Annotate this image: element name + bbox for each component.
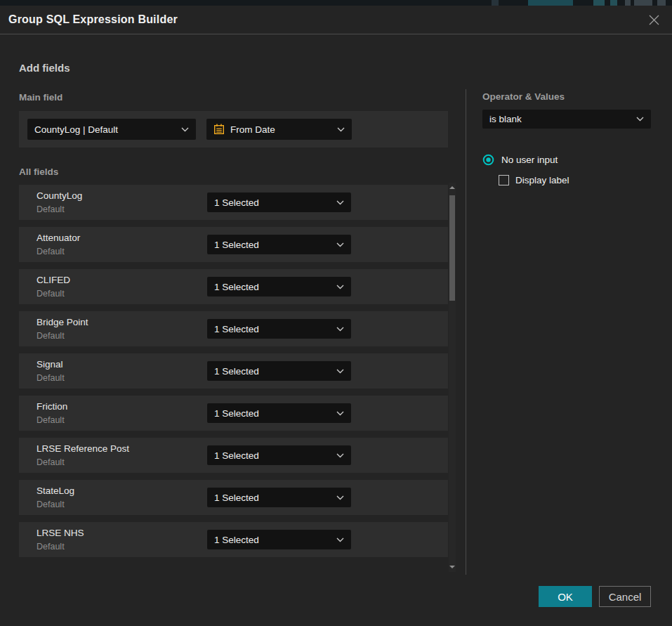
field-selection-value: 1 Selected: [214, 450, 336, 461]
field-selection-select[interactable]: 1 Selected: [207, 319, 351, 339]
chevron-down-icon: [336, 369, 344, 374]
chevron-down-icon: [336, 327, 344, 332]
chevron-down-icon: [181, 127, 189, 132]
field-selection-value: 1 Selected: [214, 408, 336, 419]
radio-selected-icon[interactable]: [482, 154, 494, 166]
main-field-select[interactable]: From Date: [206, 119, 352, 140]
field-name: CountyLog: [37, 190, 82, 201]
field-selection-select[interactable]: 1 Selected: [207, 445, 351, 465]
chevron-down-icon: [336, 242, 344, 247]
toolbar-fragment: [492, 0, 499, 6]
field-selection-select[interactable]: 1 Selected: [207, 361, 351, 381]
operator-select[interactable]: is blank: [482, 110, 651, 129]
group-sql-expression-builder-dialog: Group SQL Expression Builder Add fields …: [0, 6, 672, 626]
field-row: CountyLog Default 1 Selected: [19, 185, 448, 220]
field-subtitle: Default: [37, 204, 65, 214]
field-selection-select[interactable]: 1 Selected: [207, 488, 351, 507]
dialog-title: Group SQL Expression Builder: [8, 13, 178, 26]
field-row: Signal Default 1 Selected: [19, 353, 448, 389]
chevron-down-icon: [336, 285, 344, 289]
cancel-button[interactable]: Cancel: [599, 586, 651, 607]
field-name: StateLog: [37, 485, 74, 496]
field-subtitle: Default: [37, 457, 65, 467]
list-scrollbar[interactable]: [449, 183, 456, 572]
field-subtitle: Default: [37, 331, 65, 341]
field-selection-select[interactable]: 1 Selected: [207, 277, 351, 296]
main-field-select-value: From Date: [230, 124, 337, 135]
dialog-titlebar: Group SQL Expression Builder: [0, 6, 672, 34]
field-name: Friction: [37, 401, 67, 412]
field-row: CLIFED Default 1 Selected: [19, 269, 448, 304]
field-selection-value: 1 Selected: [214, 197, 336, 208]
toolbar-fragment: [634, 0, 652, 6]
main-layer-select-value: CountyLog | Default: [34, 124, 181, 135]
field-selection-value: 1 Selected: [214, 240, 336, 250]
chevron-down-icon: [337, 127, 345, 132]
toolbar-fragment: [657, 0, 666, 6]
all-fields-label: All fields: [19, 167, 58, 177]
field-name: LRSE Reference Post: [37, 443, 129, 454]
all-fields-list: CountyLog Default 1 Selected Attenuator …: [19, 185, 448, 564]
field-selection-select[interactable]: 1 Selected: [207, 235, 351, 254]
field-name: LRSE NHS: [37, 528, 84, 538]
chevron-down-icon: [336, 495, 344, 500]
chevron-down-icon: [336, 537, 344, 542]
close-button[interactable]: [647, 13, 661, 27]
main-field-panel: CountyLog | Default From Date: [19, 111, 448, 148]
display-label-label: Display label: [515, 175, 569, 185]
add-fields-heading: Add fields: [19, 62, 70, 74]
field-subtitle: Default: [37, 415, 65, 425]
field-selection-value: 1 Selected: [214, 366, 336, 377]
ok-button[interactable]: OK: [539, 586, 592, 607]
no-user-input-label: No user input: [501, 155, 558, 165]
toolbar-fragment: [625, 0, 631, 6]
operator-select-value: is blank: [489, 114, 636, 124]
chevron-down-icon: [336, 453, 344, 458]
panel-divider: [466, 89, 466, 575]
field-name: Signal: [37, 359, 63, 370]
field-row: StateLog Default 1 Selected: [19, 480, 448, 515]
scrollbar-up-arrow[interactable]: [449, 184, 455, 191]
scrollbar-thumb[interactable]: [449, 195, 455, 301]
field-row: Attenuator Default 1 Selected: [19, 227, 448, 262]
chevron-down-icon: [336, 411, 344, 416]
operator-values-heading: Operator & Values: [482, 91, 565, 102]
calendar-date-icon: [213, 124, 225, 135]
field-selection-value: 1 Selected: [214, 324, 336, 334]
chevron-down-icon: [336, 200, 344, 205]
chevron-down-icon: [636, 117, 644, 122]
toolbar-fragment: [610, 0, 617, 6]
field-subtitle: Default: [37, 542, 65, 552]
field-selection-value: 1 Selected: [214, 493, 336, 503]
main-layer-select[interactable]: CountyLog | Default: [27, 119, 196, 140]
toolbar-fragment: [528, 0, 573, 6]
close-icon: [648, 14, 660, 26]
field-row: Bridge Point Default 1 Selected: [19, 311, 448, 346]
field-row: LRSE NHS Default 1 Selected: [19, 522, 448, 557]
main-field-label: Main field: [19, 92, 62, 103]
field-name: Bridge Point: [37, 317, 88, 327]
field-selection-select[interactable]: 1 Selected: [207, 193, 351, 212]
field-subtitle: Default: [37, 373, 65, 383]
scrollbar-down-arrow[interactable]: [449, 563, 455, 570]
field-name: Attenuator: [37, 233, 80, 243]
field-selection-select[interactable]: 1 Selected: [207, 403, 351, 423]
field-selection-select[interactable]: 1 Selected: [207, 530, 351, 549]
field-row: LRSE Reference Post Default 1 Selected: [19, 438, 448, 473]
field-subtitle: Default: [37, 500, 65, 509]
no-user-input-radio-row[interactable]: No user input: [482, 154, 558, 166]
field-subtitle: Default: [37, 289, 65, 299]
display-label-checkbox-row[interactable]: Display label: [499, 175, 569, 185]
field-selection-value: 1 Selected: [214, 282, 336, 292]
field-selection-value: 1 Selected: [214, 535, 336, 545]
field-subtitle: Default: [37, 247, 65, 256]
field-row: Friction Default 1 Selected: [19, 396, 448, 431]
field-name: CLIFED: [37, 275, 70, 285]
display-label-checkbox[interactable]: [499, 175, 509, 185]
toolbar-fragment: [593, 0, 605, 6]
